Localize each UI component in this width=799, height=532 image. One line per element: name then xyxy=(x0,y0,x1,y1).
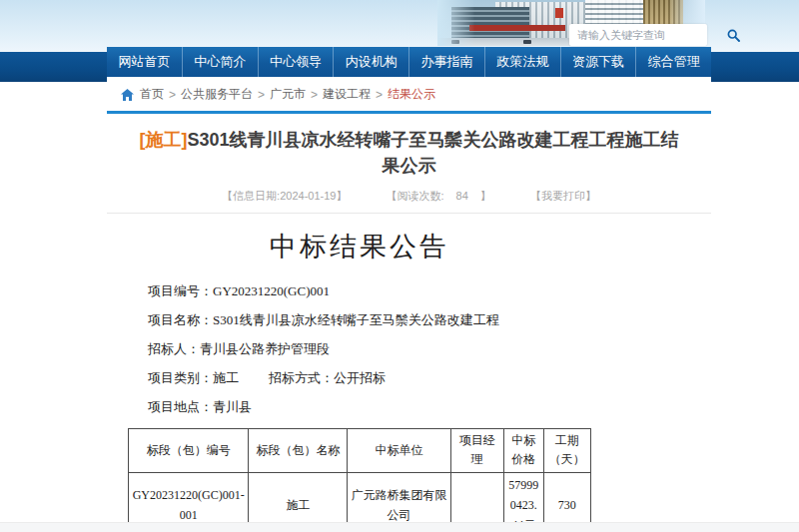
col-bid-price: 中标价格 xyxy=(503,429,543,472)
nav-item-home[interactable]: 网站首页 xyxy=(107,47,182,77)
home-icon[interactable] xyxy=(121,89,134,101)
field-label: 项目名称： xyxy=(148,312,213,327)
search-icon[interactable] xyxy=(727,24,740,46)
nav-item-policies[interactable]: 政策法规 xyxy=(484,47,560,77)
bid-result-table: 标段（包）编号 标段（包）名称 中标单位 项目经理 中标价格 工期（天） GY2… xyxy=(128,428,591,532)
breadcrumb-separator: > xyxy=(311,88,318,102)
project-details: 项目编号：GY20231220(GC)001 项目名称：S301线青川县凉水经转… xyxy=(128,276,591,421)
announcement-heading: 中标结果公告 xyxy=(128,229,591,265)
breadcrumb-home[interactable]: 首页 xyxy=(140,86,164,103)
field-label: 项目地点： xyxy=(148,399,213,414)
breadcrumb-separator: > xyxy=(169,88,176,102)
field-label: 招标人： xyxy=(148,341,200,356)
info-views-close: 】 xyxy=(480,190,491,202)
col-section-name: 标段（包）名称 xyxy=(249,429,348,472)
article-info-bar: 【信息日期:2024-01-19】 【阅读次数:84】 【我要打印】 xyxy=(107,189,711,204)
info-date: 【信息日期:2024-01-19】 xyxy=(222,190,347,202)
print-link[interactable]: 【我要打印】 xyxy=(530,190,596,202)
page-title: [施工]S301线青川县凉水经转嘴子至马鬃关公路改建工程工程施工结果公示 xyxy=(135,127,683,179)
breadcrumb-separator: > xyxy=(376,88,383,102)
col-winning-bidder: 中标单位 xyxy=(348,429,450,472)
nav-item-downloads[interactable]: 资源下载 xyxy=(560,47,636,77)
field-value: 施工 xyxy=(213,370,239,385)
nav-ribbon-left xyxy=(0,52,107,82)
bottom-band xyxy=(0,522,799,532)
main-nav: 网站首页 中心简介 中心领导 内设机构 办事指南 政策法规 资源下载 综合管理 xyxy=(107,47,711,77)
breadcrumb-separator: > xyxy=(258,88,265,102)
field-value: 青川县 xyxy=(213,399,252,414)
col-section-number: 标段（包）编号 xyxy=(129,429,249,472)
nav-item-center-intro[interactable]: 中心简介 xyxy=(182,47,258,77)
nav-item-departments[interactable]: 内设机构 xyxy=(333,47,408,77)
accent-divider xyxy=(107,111,711,114)
search-box xyxy=(569,24,707,46)
col-project-manager: 项目经理 xyxy=(450,429,503,472)
field-value: S301线青川县凉水经转嘴子至马鬃关公路改建工程 xyxy=(213,312,499,327)
col-duration: 工期（天） xyxy=(543,429,590,472)
content-area: 首页 > 公共服务平台 > 广元市 > 建设工程 > 结果公示 [施工]S301… xyxy=(107,77,711,532)
breadcrumb-construction[interactable]: 建设工程 xyxy=(323,86,371,103)
search-input[interactable] xyxy=(569,29,727,41)
field-label: 项目编号： xyxy=(148,283,213,298)
field-label: 项目类别： xyxy=(148,370,213,385)
field-value: 青川县公路养护管理段 xyxy=(200,341,330,356)
field-label: 招标方式： xyxy=(269,370,334,385)
title-category-tag: [施工] xyxy=(139,130,187,150)
breadcrumb-current: 结果公示 xyxy=(388,86,435,103)
nav-item-center-leaders[interactable]: 中心领导 xyxy=(258,47,334,77)
table-header-row: 标段（包）编号 标段（包）名称 中标单位 项目经理 中标价格 工期（天） xyxy=(129,429,591,472)
breadcrumb: 首页 > 公共服务平台 > 广元市 > 建设工程 > 结果公示 xyxy=(107,77,711,108)
field-value: 公开招标 xyxy=(334,370,386,385)
detail-tenderer: 招标人：青川县公路养护管理段 xyxy=(148,334,591,363)
title-text: S301线青川县凉水经转嘴子至马鬃关公路改建工程工程施工结果公示 xyxy=(187,130,678,176)
info-divider xyxy=(107,213,711,214)
breadcrumb-public-platform[interactable]: 公共服务平台 xyxy=(181,86,253,103)
detail-project-number: 项目编号：GY20231220(GC)001 xyxy=(148,276,591,305)
nav-item-service-guide[interactable]: 办事指南 xyxy=(408,47,484,77)
breadcrumb-city[interactable]: 广元市 xyxy=(270,86,306,103)
detail-location: 项目地点：青川县 xyxy=(148,392,591,421)
page: 网站首页 中心简介 中心领导 内设机构 办事指南 政策法规 资源下载 综合管理 … xyxy=(0,0,799,532)
info-views-label: 【阅读次数: xyxy=(387,190,444,202)
detail-project-name: 项目名称：S301线青川县凉水经转嘴子至马鬃关公路改建工程 xyxy=(148,305,591,334)
announcement-document: 中标结果公告 项目编号：GY20231220(GC)001 项目名称：S301线… xyxy=(128,229,591,532)
detail-category-method: 项目类别：施工招标方式：公开招标 xyxy=(148,363,591,392)
nav-item-management[interactable]: 综合管理 xyxy=(635,47,711,77)
field-value: GY20231220(GC)001 xyxy=(213,283,330,298)
info-views: 【阅读次数:84】 xyxy=(387,190,491,202)
info-views-count: 84 xyxy=(456,190,468,202)
nav-ribbon-right xyxy=(711,52,799,82)
